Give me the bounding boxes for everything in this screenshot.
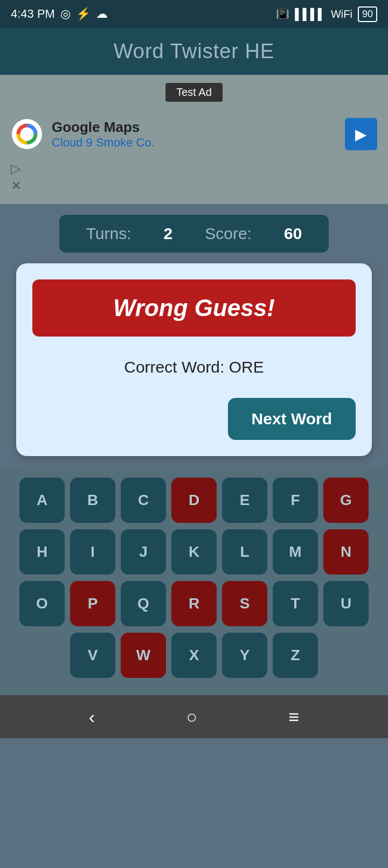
ad-controls: ▷ ✕ xyxy=(11,161,377,193)
key-r[interactable]: R xyxy=(171,581,217,626)
status-right: 📳 ▌▌▌▌ WiFi 90 xyxy=(276,6,377,22)
turns-value: 2 xyxy=(164,225,173,243)
google-logo-icon xyxy=(11,118,43,150)
key-c[interactable]: C xyxy=(121,478,166,523)
usb-icon: ⚡ xyxy=(76,7,91,21)
turns-label: Turns: xyxy=(86,225,131,243)
key-n[interactable]: N xyxy=(323,529,369,575)
ad-arrow-button[interactable]: ▶ xyxy=(345,118,377,150)
keyboard-area: ABCDEFGHIJKLMNOPQRSTUVWXYZ xyxy=(0,467,388,695)
key-w[interactable]: W xyxy=(121,633,166,678)
key-g[interactable]: G xyxy=(323,478,369,523)
back-nav-icon[interactable]: ‹ xyxy=(89,706,95,727)
score-bar: Turns: 2 Score: 60 xyxy=(59,215,329,253)
key-k[interactable]: K xyxy=(171,529,217,575)
ad-left: Google Maps Cloud 9 Smoke Co. xyxy=(11,118,155,150)
correct-word-display: Correct Word: ORE xyxy=(32,353,356,382)
key-o[interactable]: O xyxy=(19,581,65,626)
score-value: 60 xyxy=(284,225,302,243)
status-left: 4:43 PM ◎ ⚡ ☁ xyxy=(11,7,108,21)
key-y[interactable]: Y xyxy=(222,633,267,678)
status-bar: 4:43 PM ◎ ⚡ ☁ 📳 ▌▌▌▌ WiFi 90 xyxy=(0,0,388,28)
key-m[interactable]: M xyxy=(273,529,318,575)
key-z[interactable]: Z xyxy=(273,633,318,678)
dialog-card: Wrong Guess! Correct Word: ORE Next Word xyxy=(16,263,372,456)
nav-bar: ‹ ○ ≡ xyxy=(0,695,388,738)
ad-text-block: Google Maps Cloud 9 Smoke Co. xyxy=(52,119,155,150)
key-h[interactable]: H xyxy=(19,529,65,575)
key-d[interactable]: D xyxy=(171,478,217,523)
score-label: Score: xyxy=(205,225,252,243)
keyboard-row-1: HIJKLMN xyxy=(5,529,383,575)
menu-nav-icon[interactable]: ≡ xyxy=(288,706,299,727)
home-nav-icon[interactable]: ○ xyxy=(186,706,197,727)
key-f[interactable]: F xyxy=(273,478,318,523)
time-display: 4:43 PM xyxy=(11,7,55,21)
key-l[interactable]: L xyxy=(222,529,267,575)
ad-company: Google Maps xyxy=(52,119,155,136)
key-v[interactable]: V xyxy=(70,633,115,678)
key-p[interactable]: P xyxy=(70,581,115,626)
svg-point-0 xyxy=(12,119,42,149)
app-header: Word Twister HE xyxy=(0,28,388,75)
whatsapp-icon: ◎ xyxy=(60,7,71,21)
wrong-guess-banner: Wrong Guess! xyxy=(32,279,356,337)
cloud-icon: ☁ xyxy=(96,7,108,21)
keyboard-row-0: ABCDEFG xyxy=(5,478,383,523)
key-a[interactable]: A xyxy=(19,478,65,523)
ad-label: Test Ad xyxy=(165,83,223,102)
key-s[interactable]: S xyxy=(222,581,267,626)
ad-banner: Test Ad Google Maps Cloud 9 Smoke Co. ▶ … xyxy=(0,75,388,204)
arrow-right-icon: ▶ xyxy=(355,125,367,143)
vibrate-icon: 📳 xyxy=(276,8,289,20)
keyboard-row-2: OPQRSTU xyxy=(5,581,383,626)
play-icon: ▷ xyxy=(11,161,377,176)
correct-word-prefix: Correct Word: xyxy=(124,358,229,376)
key-q[interactable]: Q xyxy=(121,581,166,626)
key-t[interactable]: T xyxy=(273,581,318,626)
next-word-button[interactable]: Next Word xyxy=(228,398,356,440)
key-i[interactable]: I xyxy=(70,529,115,575)
key-j[interactable]: J xyxy=(121,529,166,575)
correct-word-value: ORE xyxy=(229,358,264,376)
battery-indicator: 90 xyxy=(358,6,377,22)
signal-icon: ▌▌▌▌ xyxy=(295,8,325,20)
ad-content: Google Maps Cloud 9 Smoke Co. ▶ xyxy=(11,113,377,156)
wrong-guess-text: Wrong Guess! xyxy=(113,295,275,321)
key-x[interactable]: X xyxy=(171,633,217,678)
key-b[interactable]: B xyxy=(70,478,115,523)
keyboard-row-3: VWXYZ xyxy=(5,633,383,678)
close-icon: ✕ xyxy=(11,178,377,193)
ad-subtitle: Cloud 9 Smoke Co. xyxy=(52,136,155,150)
app-title: Word Twister HE xyxy=(114,40,275,62)
key-e[interactable]: E xyxy=(222,478,267,523)
key-u[interactable]: U xyxy=(323,581,369,626)
next-word-row: Next Word xyxy=(32,398,356,440)
wifi-icon: WiFi xyxy=(331,8,352,20)
